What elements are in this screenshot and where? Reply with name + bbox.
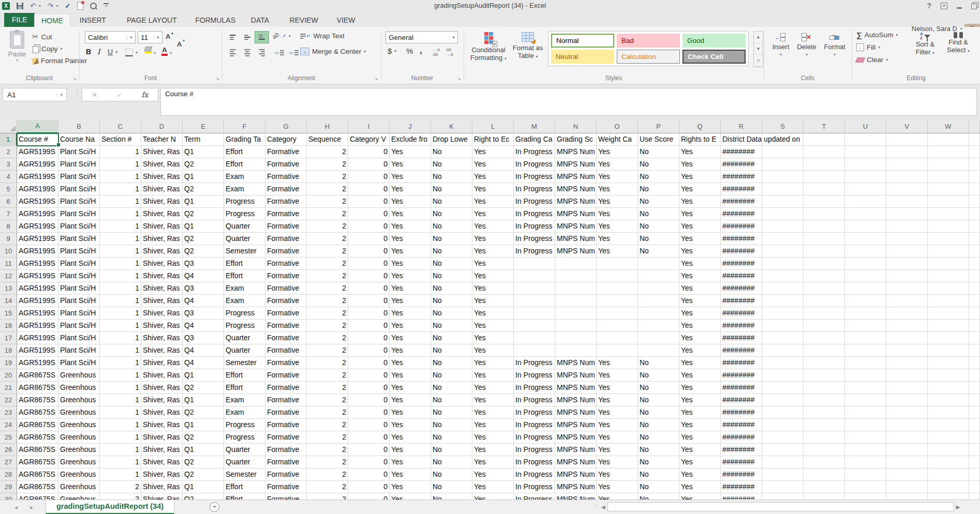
cell-A30[interactable]: AGR8675S: [17, 493, 58, 500]
scroll-right-icon[interactable]: ▶: [956, 504, 960, 510]
cell-V26[interactable]: [886, 444, 928, 456]
cell-F19[interactable]: Semester: [224, 357, 265, 369]
cell-M22[interactable]: In Progress: [514, 394, 555, 406]
cell-U26[interactable]: [845, 444, 886, 456]
cell-M2[interactable]: In Progress: [514, 146, 555, 158]
row-header-4[interactable]: 4: [0, 171, 17, 183]
cell-W5[interactable]: [928, 183, 969, 195]
cell-G28[interactable]: Formative: [265, 468, 307, 481]
cell-W6[interactable]: [928, 195, 969, 208]
cell-K22[interactable]: No: [431, 394, 472, 406]
cell-M20[interactable]: In Progress: [514, 369, 555, 382]
cell-I20[interactable]: 0: [348, 369, 390, 382]
cell-W22[interactable]: [928, 394, 969, 406]
cell-style-bad[interactable]: Bad: [617, 34, 680, 48]
cell-P17[interactable]: [638, 332, 679, 344]
cell-T16[interactable]: [804, 320, 845, 332]
cell-F26[interactable]: Quarter: [224, 444, 265, 456]
cell-R21[interactable]: ########: [721, 382, 762, 394]
cell-E22[interactable]: Q1: [183, 394, 224, 406]
cell-B16[interactable]: Plant Sci/H: [58, 320, 100, 332]
formula-input[interactable]: Course #: [160, 88, 977, 116]
column-header-K[interactable]: K: [431, 120, 472, 133]
cell-T28[interactable]: [804, 468, 845, 481]
cell-G17[interactable]: Formative: [265, 332, 307, 344]
cell-F4[interactable]: Exam: [224, 171, 265, 183]
cell-U8[interactable]: [845, 220, 886, 233]
cell-O7[interactable]: Yes: [597, 208, 638, 220]
cell-M18[interactable]: [514, 344, 555, 357]
cell-T2[interactable]: [804, 146, 845, 158]
cell-W1[interactable]: [928, 133, 969, 146]
cell-B17[interactable]: Plant Sci/H: [58, 332, 100, 344]
cell-T10[interactable]: [804, 245, 845, 258]
cell-K5[interactable]: No: [431, 183, 472, 195]
cell-B12[interactable]: Plant Sci/H: [58, 270, 100, 282]
cell-I15[interactable]: 0: [348, 307, 390, 320]
cell-B9[interactable]: Plant Sci/H: [58, 233, 100, 245]
cell-K26[interactable]: No: [431, 444, 472, 456]
cell-M15[interactable]: [514, 307, 555, 320]
cell-O12[interactable]: [597, 270, 638, 282]
cell-J3[interactable]: Yes: [390, 158, 431, 171]
column-header-I[interactable]: I: [348, 120, 390, 133]
cell-partial-23[interactable]: [969, 406, 980, 419]
cell-O9[interactable]: Yes: [597, 233, 638, 245]
cell-B29[interactable]: Greenhous: [58, 481, 100, 493]
cell-Q9[interactable]: Yes: [679, 233, 721, 245]
font-color-dropdown[interactable]: ▾: [170, 51, 172, 55]
cell-I11[interactable]: 0: [348, 258, 390, 270]
row-header-20[interactable]: 20: [0, 369, 17, 382]
cell-H24[interactable]: 2: [307, 419, 348, 431]
row-header-17[interactable]: 17: [0, 332, 17, 344]
cell-S7[interactable]: [762, 208, 804, 220]
column-header-J[interactable]: J: [390, 120, 431, 133]
cell-V7[interactable]: [886, 208, 928, 220]
cell-K28[interactable]: No: [431, 468, 472, 481]
help-icon[interactable]: ?: [927, 2, 931, 10]
column-header-M[interactable]: M: [514, 120, 555, 133]
cell-M6[interactable]: In Progress: [514, 195, 555, 208]
cell-N18[interactable]: [555, 344, 597, 357]
cell-A24[interactable]: AGR8675S: [17, 419, 58, 431]
cell-I26[interactable]: 0: [348, 444, 390, 456]
cell-E4[interactable]: Q1: [183, 171, 224, 183]
cell-G11[interactable]: Formative: [265, 258, 307, 270]
cell-A17[interactable]: AGR5199S: [17, 332, 58, 344]
cell-A3[interactable]: AGR5199S: [17, 158, 58, 171]
tab-insert[interactable]: INSERT: [73, 13, 113, 27]
column-header-T[interactable]: T: [804, 120, 845, 133]
cell-T24[interactable]: [804, 419, 845, 431]
cell-B27[interactable]: Greenhous: [58, 456, 100, 468]
cell-I14[interactable]: 0: [348, 295, 390, 307]
cell-partial-8[interactable]: [969, 220, 980, 233]
cell-B26[interactable]: Greenhous: [58, 444, 100, 456]
cell-partial-20[interactable]: [969, 369, 980, 382]
cell-R25[interactable]: ########: [721, 431, 762, 444]
cell-E27[interactable]: Q2: [183, 456, 224, 468]
cell-Q6[interactable]: Yes: [679, 195, 721, 208]
cell-D27[interactable]: Shiver, Ras: [141, 456, 183, 468]
cell-E14[interactable]: Q4: [183, 295, 224, 307]
cell-W18[interactable]: [928, 344, 969, 357]
decrease-indent-button[interactable]: ⇦: [272, 47, 287, 59]
cell-S23[interactable]: [762, 406, 804, 419]
cell-W20[interactable]: [928, 369, 969, 382]
column-header-H[interactable]: H: [307, 120, 348, 133]
cell-V12[interactable]: [886, 270, 928, 282]
cell-J22[interactable]: Yes: [390, 394, 431, 406]
cell-E5[interactable]: Q2: [183, 183, 224, 195]
cell-style-good[interactable]: Good: [682, 34, 746, 48]
cell-G25[interactable]: Formative: [265, 431, 307, 444]
cell-B19[interactable]: Plant Sci/H: [58, 357, 100, 369]
cell-K11[interactable]: No: [431, 258, 472, 270]
cell-N19[interactable]: MNPS Num: [555, 357, 597, 369]
cell-U2[interactable]: [845, 146, 886, 158]
fill-button[interactable]: ↓Fill▾: [856, 43, 880, 51]
cell-S15[interactable]: [762, 307, 804, 320]
cell-W23[interactable]: [928, 406, 969, 419]
cell-S25[interactable]: [762, 431, 804, 444]
accounting-format-button[interactable]: $▾: [388, 47, 396, 55]
cell-K1[interactable]: Drop Lowe: [431, 133, 472, 146]
cell-A25[interactable]: AGR8675S: [17, 431, 58, 444]
